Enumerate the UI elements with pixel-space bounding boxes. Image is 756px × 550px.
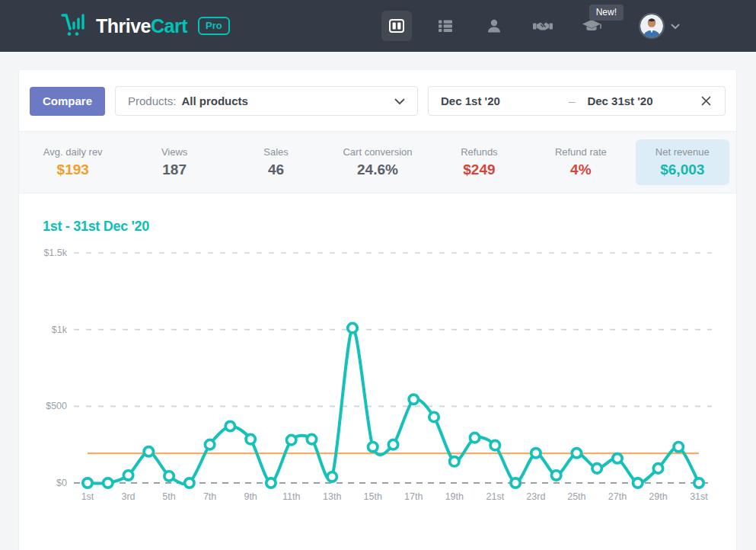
stat-value: $6,003 <box>660 161 704 178</box>
chart-point-day-1[interactable] <box>83 478 92 488</box>
chart-point-day-17[interactable] <box>409 395 418 404</box>
date-range-picker: Dec 1st '20 – Dec 31st '20 <box>428 86 726 116</box>
user-icon[interactable] <box>479 11 509 41</box>
chart-point-day-26[interactable] <box>592 464 601 473</box>
app-header: ThriveCart Pro <box>0 0 756 52</box>
compare-button[interactable]: Compare <box>30 87 105 116</box>
chart-point-day-3[interactable] <box>123 471 132 480</box>
y-axis-label: $0 <box>56 478 67 488</box>
date-range-separator: – <box>569 94 575 107</box>
chart-point-day-21[interactable] <box>490 440 499 449</box>
x-axis-label: 27th <box>608 491 627 502</box>
x-axis-label: 15th <box>364 491 382 502</box>
chart-point-day-20[interactable] <box>470 433 479 442</box>
new-feature-badge: New! <box>589 5 624 21</box>
chart-point-day-12[interactable] <box>307 434 316 443</box>
header-nav <box>381 11 680 41</box>
stat-label: Net revenue <box>656 146 710 158</box>
x-axis-label: 23rd <box>526 491 545 502</box>
stat-label: Refund rate <box>555 146 607 158</box>
filter-bar: Compare Products: All products Dec 1st '… <box>19 70 736 131</box>
y-axis-label: $1.5k <box>43 248 67 258</box>
brand-logo[interactable]: ThriveCart Pro <box>61 12 230 40</box>
chart-point-day-31[interactable] <box>694 478 703 488</box>
stat-refunds[interactable]: Refunds$249 <box>432 139 526 185</box>
chart-point-day-22[interactable] <box>511 478 520 488</box>
close-icon <box>701 96 711 106</box>
products-select-value: All products <box>181 94 248 107</box>
chart-point-day-16[interactable] <box>388 440 397 449</box>
chart-point-day-24[interactable] <box>551 471 560 480</box>
chart-point-day-15[interactable] <box>368 442 378 451</box>
x-axis-label: 11th <box>282 491 300 502</box>
stat-net-revenue[interactable]: Net revenue$6,003 <box>636 139 729 185</box>
chart-section: 1st - 31st Dec '20 $0$500$1k$1.5k1st3rd5… <box>19 193 736 513</box>
chart-point-day-5[interactable] <box>164 472 174 481</box>
chart-point-day-9[interactable] <box>246 434 255 443</box>
chart-point-day-23[interactable] <box>531 449 541 458</box>
stats-row: Avg. daily rev$193Views187Sales46Cart co… <box>19 131 736 193</box>
chart-point-day-6[interactable] <box>185 478 194 488</box>
stat-value: $193 <box>57 161 89 178</box>
x-axis-label: 9th <box>244 491 257 502</box>
stat-label: Views <box>161 146 187 158</box>
y-axis-label: $1k <box>52 325 68 335</box>
dashboard-panel: Compare Products: All products Dec 1st '… <box>19 70 736 550</box>
cart-logo-icon <box>61 12 88 40</box>
x-axis-label: 5th <box>162 491 175 502</box>
x-axis-label: 19th <box>445 491 464 502</box>
dashboard-icon[interactable] <box>381 11 412 41</box>
products-select-label: Products: <box>128 94 176 107</box>
clear-date-button[interactable] <box>698 93 714 109</box>
x-axis-label: 3rd <box>121 491 135 502</box>
chart-point-day-2[interactable] <box>104 478 113 488</box>
chart-point-day-27[interactable] <box>613 454 622 463</box>
stat-label: Avg. daily rev <box>43 146 103 158</box>
chart-point-day-29[interactable] <box>653 464 662 473</box>
stat-avg-daily-rev[interactable]: Avg. daily rev$193 <box>26 139 120 185</box>
chart-point-day-28[interactable] <box>633 478 643 488</box>
chart-point-day-10[interactable] <box>266 478 276 488</box>
products-select[interactable]: Products: All products <box>115 86 418 116</box>
date-end-input[interactable]: Dec 31st '20 <box>587 94 698 107</box>
date-start-input[interactable]: Dec 1st '20 <box>441 94 569 107</box>
avatar <box>639 13 665 39</box>
stat-label: Refunds <box>461 146 497 158</box>
chart-point-day-25[interactable] <box>572 449 581 458</box>
stat-cart-conversion[interactable]: Cart conversion24.6% <box>330 139 424 185</box>
y-axis-label: $500 <box>46 401 67 411</box>
chevron-down-icon <box>394 94 405 108</box>
chart-point-day-13[interactable] <box>327 472 337 481</box>
chart-point-day-7[interactable] <box>205 440 214 449</box>
stat-value: 46 <box>268 161 284 178</box>
stat-views[interactable]: Views187 <box>127 139 221 185</box>
x-axis-label: 29th <box>649 491 667 502</box>
chart-point-day-30[interactable] <box>674 442 683 451</box>
x-axis-label: 17th <box>404 491 423 502</box>
x-axis-label: 7th <box>203 491 216 502</box>
chart-point-day-18[interactable] <box>429 412 439 421</box>
x-axis-label: 13th <box>323 491 341 502</box>
chart-point-day-4[interactable] <box>144 447 153 456</box>
stat-label: Cart conversion <box>343 146 412 158</box>
chart-title: 1st - 31st Dec '20 <box>43 219 736 235</box>
stat-sales[interactable]: Sales46 <box>229 139 323 185</box>
stat-label: Sales <box>263 146 289 158</box>
stat-refund-rate[interactable]: Refund rate4% <box>534 139 627 185</box>
x-axis-label: 31st <box>690 491 708 502</box>
account-menu[interactable] <box>639 13 680 39</box>
revenue-chart: $0$500$1k$1.5k1st3rd5th7th9th11th13th15t… <box>19 242 736 513</box>
chart-point-day-8[interactable] <box>225 421 234 430</box>
x-axis-label: 1st <box>81 491 94 502</box>
affiliates-handshake-icon[interactable] <box>528 11 558 41</box>
stat-value: 4% <box>570 161 591 178</box>
products-list-icon[interactable] <box>430 11 461 41</box>
stat-value: 24.6% <box>357 161 398 178</box>
stat-value: $249 <box>463 161 495 178</box>
pro-badge: Pro <box>198 17 230 35</box>
chart-point-day-19[interactable] <box>450 457 459 466</box>
chart-point-day-11[interactable] <box>286 435 295 444</box>
chevron-down-icon <box>671 19 680 33</box>
brand-name: ThriveCart <box>96 15 187 37</box>
chart-point-day-14[interactable] <box>348 323 357 332</box>
